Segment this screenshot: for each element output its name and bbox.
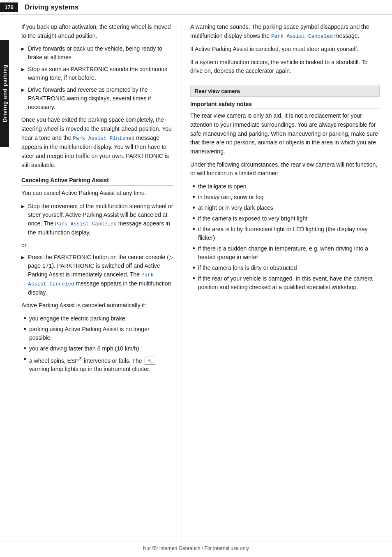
list-item-text: if the camera is exposed to very bright …	[198, 214, 307, 223]
list-item-text: a wheel spins, ESP® intervenes or fails.…	[29, 355, 173, 374]
list-item: at night or in very dark places	[193, 204, 380, 212]
triangle-icon: ▶	[21, 203, 25, 209]
content-area: If you back up after activation, the ste…	[9, 15, 392, 550]
cancel-heading: Canceling Active Parking Assist	[21, 177, 173, 186]
list-item: in heavy rain, snow or fog	[193, 193, 380, 202]
warning-tone-text2: message.	[334, 32, 360, 39]
bullet-dot	[24, 347, 26, 349]
list-item-text: the tailgate is open	[198, 182, 247, 191]
footer: Nur für internen Gebrauch / For internal…	[0, 541, 392, 557]
list-item-text: if there is a sudden change in temperatu…	[198, 244, 380, 262]
canceled-steer-para: If Active Parking Assist is canceled, yo…	[190, 45, 380, 54]
list-item: ▶ Drive forwards and reverse as prompted…	[21, 86, 173, 111]
left-margin: Driving and parking	[0, 15, 9, 550]
list-item-text: Drive forwards and reverse as prompted b…	[28, 86, 173, 111]
bullet-dot	[193, 207, 195, 209]
bullet-dot	[24, 358, 26, 360]
page-number: 176	[0, 2, 18, 12]
list-item: if the camera lens is dirty or obstructe…	[193, 264, 380, 272]
rear-camera-heading: Rear view camera	[190, 86, 380, 97]
list-item-text: Stop the movement of the multifunction s…	[28, 202, 173, 237]
safety-para-1: The rear view camera is only an aid. It …	[190, 111, 380, 156]
safety-para-2: Under the following circumstances, the r…	[190, 160, 380, 178]
malfunction-para: If a system malfunction occurs, the vehi…	[190, 58, 380, 76]
triangle-icon: ▶	[21, 87, 25, 93]
safety-items-list: the tailgate is open in heavy rain, snow…	[193, 182, 380, 292]
triangle-list-1: ▶ Drive forwards or back up the vehicle,…	[21, 44, 173, 111]
list-item: ▶ Drive forwards or back up the vehicle,…	[21, 44, 173, 62]
list-item-text: you are driving faster than 6 mph (10 km…	[29, 344, 141, 353]
triangle-icon: ▶	[21, 66, 25, 72]
list-item: if there is a sudden change in temperatu…	[193, 244, 380, 262]
header-bar: 176 Driving systems	[0, 0, 392, 15]
list-item-text: Stop as soon as PARKTRONIC sounds the co…	[28, 65, 173, 82]
list-item: you are driving faster than 6 mph (10 km…	[24, 344, 173, 353]
intro-paragraph: If you back up after activation, the ste…	[21, 23, 173, 40]
warning-tone-para: A warning tone sounds. The parking space…	[190, 23, 380, 41]
auto-cancel-intro: Active Parking Assist is canceled automa…	[21, 301, 173, 310]
list-item: if the area is lit by fluorescent light …	[193, 225, 380, 242]
list-item: you engage the electric parking brake.	[24, 314, 173, 323]
park-assist-canceled-1: Park Assist Canceled	[55, 221, 117, 227]
cancel-intro: You can cancel Active Parking Assist at …	[21, 189, 173, 198]
bullet-dot	[193, 277, 195, 279]
sidebar-label-text: Driving and parking	[2, 64, 8, 122]
cancel-triangle-list-2: ▶ Press the PARKTRONIC button on the cen…	[21, 253, 173, 297]
list-item-text: Press the PARKTRONIC button on the cente…	[28, 253, 173, 297]
bullet-dot	[193, 267, 195, 269]
bullet-dot	[24, 328, 26, 330]
bullet-dot	[24, 317, 26, 319]
list-item: ▶ Stop the movement of the multifunction…	[21, 202, 173, 237]
important-safety-heading: Important safety notes	[190, 101, 380, 109]
main-content: Driving and parking If you back up after…	[0, 15, 392, 550]
list-item: the tailgate is open	[193, 182, 380, 191]
triangle-icon: ▶	[21, 46, 25, 52]
cancel-triangle-list: ▶ Stop the movement of the multifunction…	[21, 202, 173, 237]
bullet-dot	[193, 185, 195, 187]
bullet-dot	[193, 217, 195, 219]
bullet-dot	[193, 196, 195, 198]
warning-lamp-icon: 🔧	[145, 357, 155, 365]
bullet-dot	[193, 228, 195, 230]
or-text: or	[21, 241, 173, 250]
list-item: parking using Active Parking Assist is n…	[24, 325, 173, 342]
list-item: ▶ Press the PARKTRONIC button on the cen…	[21, 253, 173, 297]
list-item: ▶ Stop as soon as PARKTRONIC sounds the …	[21, 65, 173, 82]
list-item-text: parking using Active Parking Assist is n…	[29, 325, 173, 342]
list-item-text: at night or in very dark places	[198, 204, 273, 212]
parking-exit-para: Once you have exited the parking space c…	[21, 116, 173, 169]
list-item-text: if the area is lit by fluorescent light …	[198, 225, 380, 242]
list-item-text: you engage the electric parking brake.	[29, 314, 127, 323]
bullet-dot	[193, 247, 195, 249]
list-item: if the rear of your vehicle is damaged. …	[193, 274, 380, 292]
list-item-text: if the rear of your vehicle is damaged. …	[198, 274, 380, 292]
page-title: Driving systems	[18, 3, 78, 12]
park-assist-finished-text: Park Assist Finished	[73, 136, 134, 142]
list-item-text: Drive forwards or back up the vehicle, b…	[28, 44, 173, 62]
left-column: If you back up after activation, the ste…	[9, 23, 182, 550]
footer-text: Nur für internen Gebrauch / For internal…	[143, 545, 249, 551]
triangle-icon: ▶	[21, 254, 25, 260]
auto-cancel-list: you engage the electric parking brake. p…	[24, 314, 173, 374]
list-item: if the camera is exposed to very bright …	[193, 214, 380, 223]
list-item: a wheel spins, ESP® intervenes or fails.…	[24, 355, 173, 374]
right-column: A warning tone sounds. The parking space…	[182, 23, 392, 550]
sidebar-label: Driving and parking	[0, 40, 9, 147]
park-assist-canceled-display: Park Assist Canceled	[271, 34, 333, 39]
list-item-text: in heavy rain, snow or fog	[198, 193, 264, 202]
list-item-text: if the camera lens is dirty or obstructe…	[198, 264, 297, 272]
